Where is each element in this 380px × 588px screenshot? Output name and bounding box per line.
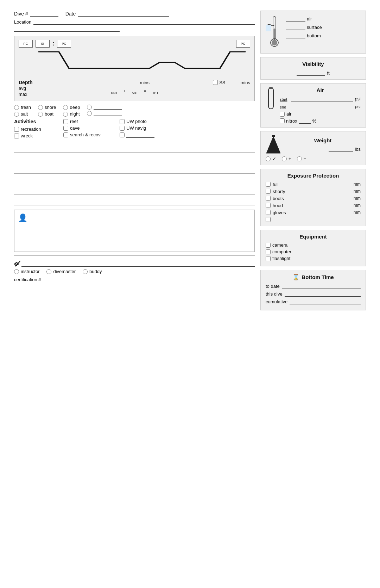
- to-date-row: to date: [266, 283, 361, 289]
- weight-minus-radio[interactable]: [297, 156, 302, 161]
- surface-temp-input[interactable]: [286, 24, 305, 30]
- weight-ok-item: ✓: [266, 156, 276, 161]
- custom-radio-text-1[interactable]: [94, 105, 122, 110]
- custom-radio-input-2[interactable]: [87, 111, 92, 116]
- visibility-input[interactable]: [297, 70, 325, 76]
- divemaster-radio-item: divemaster: [46, 269, 76, 274]
- search-recov-checkbox[interactable]: [63, 132, 68, 137]
- rnt-group: RNT: [107, 87, 121, 95]
- dive-number-input[interactable]: [30, 11, 58, 17]
- mins-line: mins: [120, 80, 149, 85]
- custom-radio-text-2[interactable]: [94, 111, 122, 116]
- left-column: Dive # Date Location PG SI : PG PG: [14, 11, 255, 310]
- night-radio[interactable]: [63, 112, 68, 117]
- this-dive-input[interactable]: [285, 291, 361, 297]
- surface-temp-row: surface: [286, 24, 322, 30]
- cert-row: certification #: [14, 276, 255, 282]
- ss-mins-input[interactable]: [227, 80, 239, 85]
- colon-separator: :: [52, 41, 54, 47]
- camera-checkbox[interactable]: [266, 243, 271, 248]
- avg-row: avg: [19, 85, 57, 91]
- bottom-temp-input[interactable]: [286, 33, 305, 38]
- bottom-time-title: Bottom Time: [302, 274, 334, 280]
- svg-point-4: [272, 40, 277, 45]
- hood-checkbox[interactable]: [266, 203, 271, 208]
- blank-activity-checkbox[interactable]: [120, 132, 125, 137]
- custom-exp-checkbox[interactable]: [266, 217, 271, 222]
- nitrox-percent-input[interactable]: [299, 118, 311, 124]
- divemaster-radio[interactable]: [46, 269, 51, 274]
- boots-mm-input[interactable]: [337, 196, 352, 201]
- svg-rect-10: [272, 135, 275, 137]
- end-psi-input[interactable]: [291, 104, 353, 109]
- bottom-time-input[interactable]: [120, 80, 138, 85]
- gloves-mm-input[interactable]: [337, 210, 352, 215]
- boots-checkbox[interactable]: [266, 196, 271, 201]
- blank-activity-input[interactable]: [126, 132, 154, 138]
- custom-exp-input[interactable]: [273, 217, 315, 222]
- reef-checkbox[interactable]: [63, 119, 68, 124]
- air-temp-input[interactable]: [286, 16, 305, 21]
- start-psi-input[interactable]: [291, 96, 353, 101]
- fresh-radio[interactable]: [14, 105, 19, 110]
- location-label: Location: [14, 19, 31, 25]
- gloves-checkbox[interactable]: [266, 210, 271, 215]
- depth-title: Depth: [19, 80, 57, 85]
- nitrox-checkbox[interactable]: [280, 118, 285, 123]
- shorty-checkbox[interactable]: [266, 189, 271, 194]
- date-input[interactable]: [78, 11, 169, 17]
- search-recov-check: search & recov: [63, 132, 120, 137]
- computer-checkbox[interactable]: [266, 249, 271, 254]
- full-mm-input[interactable]: [337, 181, 352, 187]
- end-psi-row: end psi: [280, 104, 361, 109]
- pg-box-1: PG: [19, 40, 33, 48]
- custom-radio-input-1[interactable]: [87, 105, 92, 110]
- avg-depth-input[interactable]: [27, 85, 56, 91]
- full-exp-row: full mm: [266, 181, 361, 187]
- temperature-inner: air surface bottom: [266, 14, 361, 50]
- location-input[interactable]: [33, 19, 255, 25]
- ss-checkbox[interactable]: [213, 80, 218, 85]
- shorty-mm-input[interactable]: [337, 188, 352, 194]
- max-depth-input[interactable]: [28, 91, 57, 97]
- cert-input[interactable]: [43, 276, 114, 282]
- to-date-input[interactable]: [282, 283, 361, 289]
- clock-icon: ⌛: [292, 274, 299, 280]
- tbt-input[interactable]: [148, 87, 163, 91]
- buddy-radio[interactable]: [83, 269, 88, 274]
- weight-ok-radio[interactable]: [266, 156, 271, 161]
- instructor-radio[interactable]: [14, 269, 19, 274]
- cumulative-input[interactable]: [290, 299, 361, 304]
- date-group: Date: [65, 11, 170, 17]
- full-checkbox[interactable]: [266, 182, 271, 187]
- notes-line-6: [14, 196, 255, 205]
- deep-radio[interactable]: [63, 105, 68, 110]
- buddy-section: 𝒸𝒿 instructor divemaster buddy certi: [14, 255, 255, 282]
- abt-input[interactable]: [128, 87, 142, 91]
- recreation-checkbox[interactable]: [14, 127, 19, 132]
- salt-radio[interactable]: [14, 112, 19, 117]
- exposure-title: Exposure Protection: [266, 173, 361, 179]
- boat-radio[interactable]: [38, 112, 43, 117]
- weight-lbs-row: lbs: [285, 146, 361, 152]
- svg-rect-5: [266, 25, 271, 31]
- cave-checkbox[interactable]: [63, 126, 68, 131]
- weight-input[interactable]: [329, 146, 353, 152]
- uw-navig-checkbox[interactable]: [120, 126, 125, 131]
- wreck-checkbox[interactable]: [14, 134, 19, 138]
- dive-profile-box: PG SI : PG PG Depth: [14, 36, 255, 101]
- activities-col-1: Activities recreation wreck: [14, 119, 63, 138]
- air-checkbox[interactable]: [280, 112, 285, 117]
- hood-mm-input[interactable]: [337, 203, 352, 208]
- rnt-input[interactable]: [107, 87, 121, 91]
- weight-plus-radio[interactable]: [282, 156, 287, 161]
- shore-radio[interactable]: [38, 105, 43, 110]
- abt-group: ABT: [128, 87, 142, 95]
- wreck-check: wreck: [14, 133, 63, 138]
- air-panel: Air start psi end psi air: [260, 83, 366, 128]
- exposure-panel: Exposure Protection full mm shorty mm bo…: [260, 169, 366, 226]
- notes-line-2: [14, 153, 255, 163]
- flashlight-checkbox[interactable]: [266, 256, 271, 261]
- uw-photo-checkbox[interactable]: [120, 119, 125, 124]
- buddy-sig-icon: 𝒸𝒿: [14, 259, 19, 267]
